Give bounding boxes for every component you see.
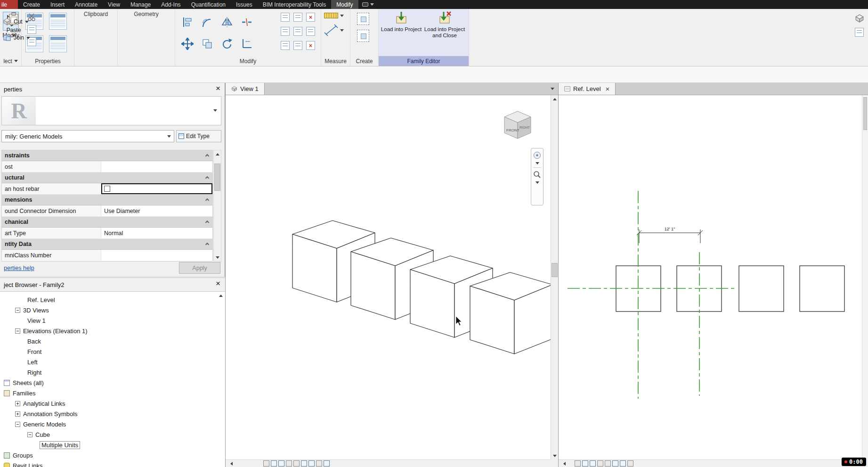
vertical-scrollbar[interactable] [551, 95, 558, 459]
tree-item-3d-views[interactable]: 3D Views [0, 305, 225, 315]
chevron-down-icon[interactable] [213, 109, 217, 112]
file-menu-button[interactable]: ile [0, 0, 18, 9]
tree-item-front[interactable]: Front [0, 346, 225, 357]
viewcube[interactable]: FRONT RIGHT [499, 107, 535, 145]
scroll-up-button[interactable] [551, 95, 558, 103]
detail-level-icon[interactable] [271, 460, 277, 467]
tree-item-annotation-symbols[interactable]: Annotation Symbols [0, 409, 225, 419]
visual-style-icon[interactable] [590, 460, 596, 467]
aligned-dimension-button[interactable] [324, 24, 344, 36]
section-header-identity-data[interactable]: ntity Data [2, 239, 212, 250]
dimension[interactable] [637, 229, 703, 243]
load-into-project-and-close-button[interactable]: Load into Project and Close [424, 11, 465, 39]
close-icon[interactable]: × [216, 279, 220, 288]
offset-icon[interactable] [198, 12, 217, 33]
expand-box-icon[interactable] [15, 411, 20, 417]
tree-item-revit-links[interactable]: Revit Links [0, 460, 225, 467]
temporary-hide-isolate-icon[interactable] [316, 460, 322, 467]
scroll-left-button[interactable] [560, 460, 568, 467]
edit-type-button[interactable]: Edit Type [176, 130, 221, 142]
apply-button[interactable]: Apply [179, 262, 220, 274]
align-left-icon[interactable] [281, 41, 290, 50]
horizontal-scrollbar[interactable] [559, 459, 862, 467]
tree-scroll-up-icon[interactable] [219, 295, 223, 297]
ribbon-display-options-button[interactable] [358, 0, 378, 9]
zoom-icon[interactable] [533, 171, 541, 179]
dimension-text[interactable]: 12' 1" [665, 227, 675, 231]
horizontal-scrollbar[interactable] [226, 459, 551, 467]
align-right-icon[interactable] [293, 41, 302, 50]
cube-4[interactable] [470, 272, 552, 354]
cut-geometry-button[interactable]: Cut [3, 17, 29, 26]
drawing-area-plan[interactable]: 12' 1" [559, 95, 868, 467]
crop-visibility-icon[interactable] [620, 460, 626, 467]
type-selector[interactable]: R [1, 96, 221, 125]
tab-manage[interactable]: Manage [125, 0, 156, 9]
pin-icon[interactable] [281, 27, 290, 36]
solid-cube-icon[interactable] [855, 14, 864, 23]
omniclass-number-value-cell[interactable] [101, 250, 212, 261]
crop-view-icon[interactable] [612, 460, 618, 467]
scrollbar-thumb[interactable] [552, 263, 558, 277]
tree-item-back[interactable]: Back [0, 336, 225, 346]
crop-view-icon[interactable] [301, 460, 307, 467]
section-header-structural[interactable]: uctural [2, 172, 212, 183]
section-header-constraints[interactable]: nstraints [2, 150, 212, 161]
tab-bim-interoperability-tools[interactable]: BIM Interoperability Tools [258, 0, 332, 9]
scrollbar-thumb[interactable] [863, 97, 867, 130]
delete-icon[interactable]: × [306, 13, 315, 22]
tree-item-analytical-links[interactable]: Analytical Links [0, 398, 225, 409]
scroll-left-button[interactable] [227, 460, 235, 467]
scale-tool-icon[interactable] [293, 13, 302, 22]
join-geometry-button[interactable]: Join [3, 33, 30, 42]
split-element-icon[interactable] [237, 12, 256, 33]
host-value-cell[interactable] [101, 161, 212, 172]
scroll-down-button[interactable] [214, 254, 221, 261]
tab-insert[interactable]: Insert [45, 0, 70, 9]
align-icon[interactable] [178, 12, 197, 33]
section-header-dimensions[interactable]: mensions [2, 195, 212, 205]
chevron-down-icon[interactable] [535, 181, 539, 184]
measure-button[interactable] [324, 13, 344, 18]
unpin-icon[interactable] [293, 27, 302, 36]
scroll-down-button[interactable] [551, 452, 558, 459]
can-host-rebar-value-cell[interactable] [101, 183, 212, 194]
tree-item-elevations[interactable]: Elevations (Elevation 1) [0, 326, 225, 336]
scrollbar-thumb[interactable] [214, 164, 220, 191]
section-header-mechanical[interactable]: chanical [2, 217, 212, 228]
round-connector-dimension-value-cell[interactable]: Use Diameter [101, 205, 212, 216]
collapse-box-icon[interactable] [15, 308, 20, 313]
tab-issues[interactable]: Issues [231, 0, 258, 9]
array-icon[interactable] [281, 13, 290, 22]
visual-style-icon[interactable] [278, 460, 284, 467]
drawing-area-3d[interactable]: FRONT RIGHT [226, 95, 558, 467]
reveal-hidden-elements-icon[interactable] [324, 460, 330, 467]
trim-extend-icon[interactable] [237, 33, 256, 54]
collapse-box-icon[interactable] [15, 422, 20, 427]
rotate-icon[interactable] [218, 33, 236, 54]
tree-item-right[interactable]: Right [0, 367, 225, 377]
create-group-icon[interactable] [357, 13, 369, 25]
tab-view[interactable]: View [103, 0, 125, 9]
crop-visibility-icon[interactable] [308, 460, 315, 467]
part-type-value-cell[interactable]: Normal [101, 228, 212, 238]
tree-item-sheets[interactable]: Sheets (all) [0, 377, 225, 388]
scale-icon[interactable] [263, 460, 269, 467]
tree-item-families[interactable]: Families [0, 388, 225, 398]
vertical-scrollbar[interactable] [862, 95, 868, 459]
load-into-project-button[interactable]: Load into Project [381, 11, 422, 33]
scroll-up-button[interactable] [214, 150, 221, 158]
expand-box-icon[interactable] [15, 401, 20, 406]
view-list-dropdown-icon[interactable] [551, 88, 554, 90]
close-icon[interactable]: × [606, 85, 610, 93]
tree-item-ref-level[interactable]: Ref. Level [0, 295, 225, 305]
tab-add-ins[interactable]: Add-Ins [156, 0, 186, 9]
delete-alt-icon[interactable]: × [306, 41, 315, 50]
tree-item-view-1[interactable]: View 1 [0, 315, 225, 326]
sun-path-icon[interactable] [597, 460, 603, 467]
tab-quantification[interactable]: Quantification [186, 0, 231, 9]
collapse-box-icon[interactable] [27, 432, 32, 437]
close-icon[interactable]: × [216, 84, 220, 93]
tree-item-multiple-units[interactable]: Multiple Units [0, 440, 225, 450]
tree-item-groups[interactable]: Groups [0, 450, 225, 460]
